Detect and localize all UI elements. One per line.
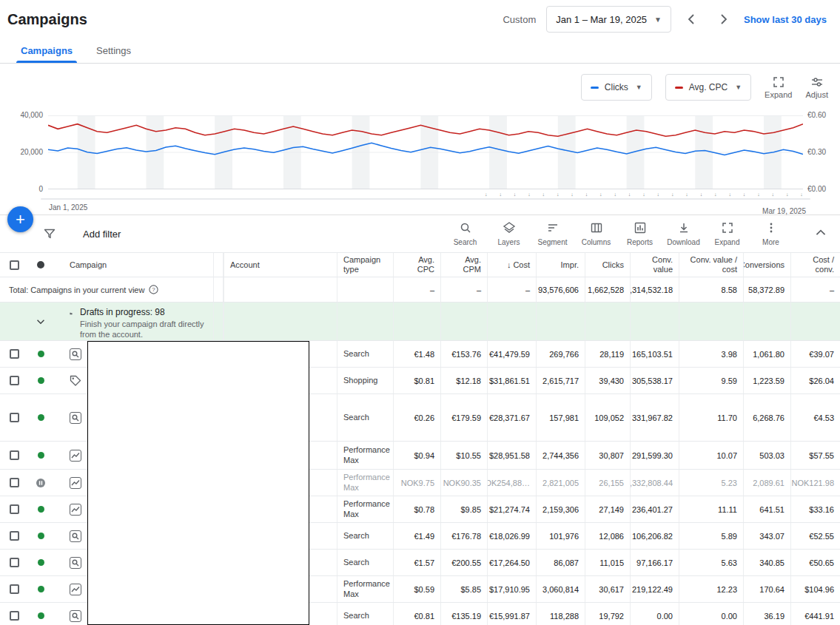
row-checkbox[interactable] bbox=[0, 550, 28, 575]
conv-value-cost-cell: 3.98 bbox=[679, 341, 743, 367]
campaign-status[interactable] bbox=[28, 603, 53, 625]
download-button[interactable]: Download bbox=[662, 221, 705, 246]
next-period-button[interactable] bbox=[713, 9, 733, 30]
column-header-cost-conv[interactable]: Cost / conv. bbox=[790, 253, 840, 277]
impr-cell: 2,821,005 bbox=[536, 470, 585, 496]
layers-button[interactable]: Layers bbox=[487, 221, 531, 246]
annotation-marker-icon[interactable]: ↓ bbox=[614, 192, 616, 197]
expand-button[interactable]: Expand bbox=[705, 221, 749, 246]
status-enabled-icon bbox=[38, 414, 44, 421]
campaign-type-cell: Search bbox=[337, 341, 393, 367]
collapse-panel-button[interactable] bbox=[813, 226, 828, 243]
checkbox-icon bbox=[10, 349, 19, 359]
column-header-clicks[interactable]: Clicks bbox=[585, 253, 630, 277]
annotation-marker-icon[interactable]: ↓ bbox=[514, 192, 517, 197]
row-checkbox[interactable] bbox=[0, 368, 28, 393]
row-checkbox[interactable] bbox=[0, 341, 28, 367]
column-header-account[interactable]: Account bbox=[224, 253, 337, 277]
add-filter-button[interactable]: Add filter bbox=[43, 227, 121, 240]
annotation-marker-icon[interactable]: ↓ bbox=[772, 192, 775, 197]
select-all-checkbox[interactable] bbox=[0, 253, 28, 277]
annotation-marker-icon[interactable]: ↓ bbox=[485, 192, 488, 197]
status-column-header[interactable] bbox=[28, 253, 53, 277]
campaign-status[interactable] bbox=[28, 368, 53, 393]
column-header-campaign[interactable]: Campaign bbox=[53, 253, 213, 277]
row-checkbox[interactable] bbox=[0, 523, 28, 549]
cost-cell: $28,951.58 bbox=[487, 442, 536, 469]
reports-button[interactable]: Reports bbox=[618, 221, 662, 246]
annotation-marker-icon[interactable]: ↓ bbox=[800, 192, 803, 197]
chart-adjust-button[interactable]: Adjust bbox=[805, 75, 828, 99]
annotation-marker-icon[interactable]: ↓ bbox=[728, 192, 731, 197]
row-checkbox[interactable] bbox=[0, 603, 28, 625]
campaign-status[interactable] bbox=[28, 496, 53, 522]
help-icon[interactable]: ? bbox=[149, 285, 158, 294]
columns-button[interactable]: Columns bbox=[574, 221, 618, 246]
column-header-avg-cpm[interactable]: Avg. CPM bbox=[440, 253, 487, 277]
date-range-picker[interactable]: Jan 1 – Mar 19, 2025 ▼ bbox=[546, 6, 671, 33]
annotation-marker-icon[interactable]: ↓ bbox=[671, 192, 674, 197]
row-checkbox[interactable] bbox=[0, 496, 28, 522]
campaign-status[interactable] bbox=[28, 576, 53, 602]
impr-cell: 86,087 bbox=[536, 550, 585, 575]
column-header-cost[interactable]: ↓Cost bbox=[487, 253, 536, 277]
add-campaign-fab[interactable]: + bbox=[7, 206, 33, 232]
annotation-marker-icon[interactable]: ↓ bbox=[685, 192, 688, 197]
campaign-status[interactable] bbox=[28, 523, 53, 549]
campaign-status[interactable] bbox=[28, 550, 53, 575]
annotation-marker-icon[interactable]: ↓ bbox=[786, 192, 789, 197]
annotation-marker-icon[interactable]: ↓ bbox=[642, 192, 645, 197]
previous-period-button[interactable] bbox=[682, 9, 702, 30]
column-header-conv-value[interactable]: Conv. value bbox=[630, 253, 679, 277]
column-header-conv-value-cost[interactable]: Conv. value / cost bbox=[679, 253, 743, 277]
annotation-marker-icon[interactable]: ↓ bbox=[628, 192, 631, 197]
row-checkbox[interactable] bbox=[0, 576, 28, 602]
chart-expand-button[interactable]: Expand bbox=[765, 75, 792, 99]
cost-cell: NOK254,88… bbox=[487, 470, 536, 496]
more-button[interactable]: More bbox=[749, 221, 793, 246]
campaign-type-cell: Search bbox=[337, 523, 393, 549]
segment-button[interactable]: Segment bbox=[531, 221, 574, 246]
column-header-conversions[interactable]: Conversions bbox=[743, 253, 790, 277]
annotation-markers[interactable]: ↓↓↓↓↓↓↓↓↓↓↓↓↓↓↓↓↓↓↓↓↓↓↓ bbox=[485, 192, 803, 197]
annotation-marker-icon[interactable]: ↓ bbox=[557, 192, 560, 197]
tab-settings[interactable]: Settings bbox=[84, 38, 143, 63]
impr-cell: 101,976 bbox=[536, 523, 585, 549]
chart-scrollbar[interactable] bbox=[41, 198, 810, 200]
annotation-marker-icon[interactable]: ↓ bbox=[499, 192, 502, 197]
campaign-status[interactable] bbox=[28, 442, 53, 469]
annotation-marker-icon[interactable]: ↓ bbox=[585, 192, 588, 197]
chart-plot-area[interactable] bbox=[48, 115, 803, 189]
annotation-marker-icon[interactable]: ↓ bbox=[757, 192, 760, 197]
campaign-status[interactable] bbox=[28, 470, 53, 496]
tab-campaigns[interactable]: Campaigns bbox=[9, 38, 84, 63]
annotation-marker-icon[interactable]: ↓ bbox=[714, 192, 717, 197]
conv-value-cell: 97,166.17 bbox=[630, 550, 679, 575]
row-checkbox[interactable] bbox=[0, 442, 28, 469]
column-header-avg-cpc[interactable]: Avg. CPC bbox=[393, 253, 440, 277]
drafts-in-progress-row[interactable]: Drafts in progress: 98 Finish your campa… bbox=[0, 303, 840, 341]
annotation-marker-icon[interactable]: ↓ bbox=[528, 192, 531, 197]
row-checkbox[interactable] bbox=[0, 394, 28, 441]
avg-cpc-cell: €0.81 bbox=[393, 603, 440, 625]
annotation-marker-icon[interactable]: ↓ bbox=[571, 192, 574, 197]
search-button[interactable]: Search bbox=[443, 221, 487, 246]
metric1-dropdown[interactable]: Clicks ▼ bbox=[581, 74, 652, 101]
show-last-30-days-link[interactable]: Show last 30 days bbox=[744, 14, 827, 25]
column-header-impressions[interactable]: Impr. bbox=[536, 253, 585, 277]
annotation-marker-icon[interactable]: ↓ bbox=[542, 192, 545, 197]
annotation-marker-icon[interactable]: ↓ bbox=[599, 192, 602, 197]
annotation-marker-icon[interactable]: ↓ bbox=[700, 192, 703, 197]
campaign-status[interactable] bbox=[28, 394, 53, 441]
metric2-dropdown[interactable]: Avg. CPC ▼ bbox=[665, 74, 751, 101]
conv-value-cell: 236,401.27 bbox=[630, 496, 679, 522]
plus-icon: + bbox=[16, 210, 25, 229]
campaign-status[interactable] bbox=[28, 341, 53, 367]
cost-conv-cell: $104.96 bbox=[790, 576, 840, 602]
column-header-campaign-type[interactable]: Campaign type bbox=[337, 253, 393, 277]
row-checkbox[interactable] bbox=[0, 470, 28, 496]
annotation-marker-icon[interactable]: ↓ bbox=[743, 192, 746, 197]
drafts-expand-toggle[interactable] bbox=[28, 303, 53, 340]
annotation-marker-icon[interactable]: ↓ bbox=[657, 192, 660, 197]
avg-cpm-cell: NOK90.35 bbox=[440, 470, 487, 496]
